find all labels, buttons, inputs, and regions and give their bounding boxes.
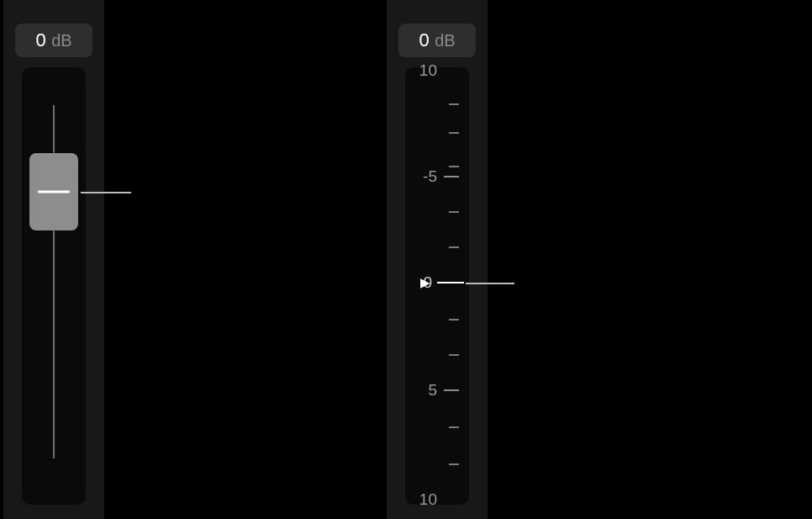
gain-value: 0 (35, 29, 46, 51)
scale-tick-major (444, 176, 459, 177)
gain-readout-right[interactable]: 0 dB (398, 24, 476, 57)
gain-value: 0 (419, 29, 430, 51)
scale-label-bottom-edge: 10 (419, 490, 437, 509)
scale-tick (449, 354, 459, 356)
scale-tick (449, 426, 459, 428)
scale-tick (449, 319, 459, 320)
callout-leader-right (466, 283, 514, 284)
gain-unit: dB (435, 31, 455, 50)
scale-label-minus5: -5 (423, 167, 437, 186)
fader-well (22, 67, 86, 505)
play-icon: ▶ (420, 275, 430, 290)
scale-tick (449, 463, 459, 465)
scale-tick (449, 211, 459, 213)
scale-label-plus5: 5 (428, 381, 437, 400)
gain-readout-left[interactable]: 0 dB (15, 24, 92, 57)
callout-leader-left (81, 192, 131, 193)
scale-zero-mark (437, 282, 464, 283)
scale-tick (449, 132, 459, 134)
scale-tick-major (444, 389, 459, 391)
scale-tick (449, 103, 459, 105)
scale-tick (449, 246, 459, 248)
fader-handle[interactable] (29, 153, 78, 230)
scale-tick (449, 166, 459, 167)
scale-label-top-edge: 10 (419, 61, 437, 80)
channel-strip-left: 0 dB (3, 0, 104, 519)
gain-unit: dB (51, 31, 71, 50)
scale-well[interactable]: 10 -5 0 ▶ 5 10 (405, 67, 469, 505)
channel-strip-right: 0 dB 10 -5 0 ▶ 5 10 (387, 0, 488, 519)
